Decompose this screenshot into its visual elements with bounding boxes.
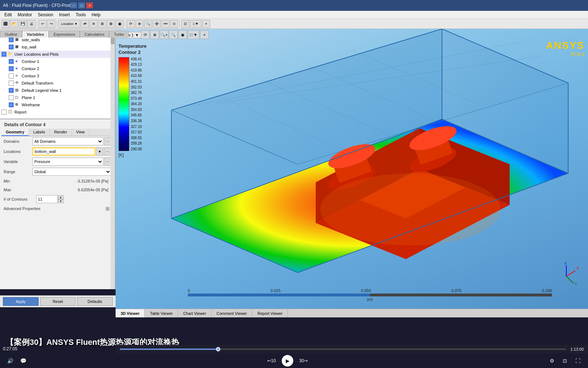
- toolbar-btn-12[interactable]: 🔍: [144, 20, 152, 28]
- tab-variables[interactable]: Variables: [22, 31, 49, 38]
- toolbar-btn-16[interactable]: ⊡: [181, 20, 189, 28]
- range-select[interactable]: Global: [33, 168, 111, 176]
- maximize-button[interactable]: □: [78, 3, 85, 8]
- det-tab-view[interactable]: View: [72, 129, 90, 136]
- tab-turbo[interactable]: Turbo: [109, 31, 129, 38]
- vp-btn-zoom-in[interactable]: 🔍+: [160, 30, 168, 39]
- subtitle-icon[interactable]: 💬: [19, 356, 27, 365]
- tab-outline[interactable]: Outline: [0, 31, 22, 38]
- minimize-button[interactable]: −: [70, 3, 77, 8]
- menu-session[interactable]: Session: [35, 12, 56, 18]
- tree-item-report[interactable]: 📋 Report: [0, 108, 115, 116]
- toolbar-btn-9[interactable]: ▣: [116, 20, 124, 28]
- toolbar-btn-13[interactable]: ➕: [153, 20, 161, 28]
- tree-item-contour1[interactable]: ✓ ◈ Contour 1: [7, 58, 115, 65]
- tree-checkbox-user[interactable]: ✓: [1, 52, 7, 57]
- panel-scrollbar[interactable]: [111, 29, 115, 289]
- tree-checkbox-top-wall[interactable]: ✓: [9, 44, 14, 50]
- progress-area[interactable]: 1:13:00: [116, 345, 588, 354]
- spin-down-btn[interactable]: ▼: [58, 199, 64, 203]
- variable-btn[interactable]: ⋯: [104, 158, 111, 166]
- tree-item-plane1[interactable]: ◻ Plane 1: [7, 94, 115, 101]
- vp-btn-6[interactable]: □ ▼: [188, 30, 199, 39]
- spin-up-btn[interactable]: ▲: [58, 195, 64, 199]
- tree-item-default-legend[interactable]: ✓ ▤ Default Legend View 1: [7, 87, 115, 94]
- variable-select[interactable]: Pressure: [33, 158, 103, 166]
- tree-checkbox-side-walls[interactable]: ✓: [9, 37, 14, 42]
- settings-icon[interactable]: ⚙: [548, 356, 556, 365]
- toolbar-btn-4[interactable]: 🖨: [27, 20, 35, 28]
- toolbar-btn-3[interactable]: 💾: [19, 20, 27, 28]
- toolbar-btn-2[interactable]: 📂: [10, 20, 18, 28]
- menu-insert[interactable]: Insert: [56, 12, 73, 18]
- vp-btn-7[interactable]: ⌖: [200, 30, 209, 39]
- tree-checkbox-c1[interactable]: ✓: [9, 59, 14, 64]
- defaults-button[interactable]: Defaults: [77, 297, 113, 306]
- menu-edit[interactable]: Edit: [1, 12, 15, 18]
- tab-calculators[interactable]: Calculators: [80, 31, 109, 38]
- toolbar-btn-15[interactable]: ⊙: [170, 20, 178, 28]
- menu-help[interactable]: Help: [88, 12, 103, 18]
- toolbar-btn-18[interactable]: ⌖: [202, 20, 210, 28]
- close-button[interactable]: ×: [86, 3, 93, 8]
- tree-item-user-locations[interactable]: ✓ 📁 User Locations and Plots: [0, 51, 115, 58]
- tree-item-wireframe[interactable]: ✓ ⊞ Wireframe: [7, 101, 115, 108]
- locations-edit-btn[interactable]: ⋯: [104, 147, 111, 155]
- det-tab-labels[interactable]: Labels: [29, 129, 49, 136]
- toolbar-location[interactable]: Location ▼: [59, 20, 80, 28]
- det-tab-render[interactable]: Render: [50, 129, 72, 136]
- toolbar-btn-1[interactable]: ⬛: [1, 20, 9, 28]
- reset-button[interactable]: Reset: [40, 297, 76, 306]
- play-button[interactable]: ▶: [282, 355, 293, 367]
- viewport[interactable]: View 1 ▼ ⟳ ⊕ 🔍+ 🔍 ◉ □ ▼ ⌖ Temperature Co…: [116, 29, 588, 309]
- tree-item-top-wall[interactable]: ✓ ▦ top_wall: [7, 43, 115, 51]
- num-contours-input[interactable]: [36, 195, 58, 203]
- domains-btn[interactable]: ⋯: [104, 137, 111, 145]
- tree-checkbox-dl[interactable]: ✓: [9, 88, 14, 93]
- toolbar-btn-14[interactable]: ➖: [161, 20, 169, 28]
- progress-dot[interactable]: [216, 347, 220, 351]
- toolbar-btn-6[interactable]: ≋: [90, 20, 98, 28]
- tree-checkbox-dt[interactable]: [9, 81, 14, 86]
- tree-checkbox-p1[interactable]: [9, 95, 14, 100]
- volume-icon[interactable]: 🔊: [6, 356, 14, 365]
- pip-icon[interactable]: ⊡: [561, 356, 569, 365]
- toolbar-btn-10[interactable]: ⟳: [127, 20, 135, 28]
- tree-item-default-transform[interactable]: ⟲ Default Transform: [7, 80, 115, 87]
- tree-item-contour3[interactable]: ◈ Contour 3: [7, 72, 115, 80]
- tree-item-contour2[interactable]: ✓ ◈ Contour 2: [7, 65, 115, 72]
- vtab-table[interactable]: Table Viewer: [145, 309, 178, 317]
- tree-checkbox-c3[interactable]: [9, 73, 14, 78]
- toolbar-btn-7[interactable]: ⊞: [98, 20, 106, 28]
- rewind-icon[interactable]: ↩10: [267, 356, 276, 365]
- fullscreen-icon[interactable]: ⛶: [574, 356, 582, 365]
- vp-btn-zoom-out[interactable]: 🔍: [169, 30, 178, 39]
- vtab-3d[interactable]: 3D Viewer: [116, 309, 145, 317]
- progress-bar[interactable]: [120, 348, 566, 350]
- tree-checkbox-wf[interactable]: ✓: [9, 102, 14, 107]
- vp-btn-fit[interactable]: ⊕: [150, 30, 159, 39]
- forward-icon[interactable]: 30↪: [299, 356, 308, 365]
- tree-view[interactable]: ✓ ▦ outlet ✓ ▦ side_walls ✓ ▦ top_wall ✓…: [0, 29, 115, 119]
- toolbar-btn-8[interactable]: ⊠: [107, 20, 115, 28]
- toolbar-undo[interactable]: ↩: [39, 20, 47, 28]
- tab-expressions[interactable]: Expressions: [49, 31, 80, 38]
- menu-monitor[interactable]: Monitor: [15, 12, 35, 18]
- tree-checkbox-c2[interactable]: ✓: [9, 66, 14, 71]
- vtab-comment[interactable]: Comment Viewer: [212, 309, 252, 317]
- vtab-chart[interactable]: Chart Viewer: [178, 309, 211, 317]
- menu-tools[interactable]: Tools: [73, 12, 88, 18]
- tree-checkbox-report[interactable]: [1, 110, 7, 115]
- locations-dropdown-btn[interactable]: ▼: [96, 147, 103, 155]
- det-tab-geometry[interactable]: Geometry: [1, 129, 29, 136]
- vp-btn-5[interactable]: ◉: [178, 30, 187, 39]
- toolbar-btn-17[interactable]: □▼: [190, 20, 202, 28]
- locations-input[interactable]: [33, 147, 95, 155]
- apply-button[interactable]: Apply: [3, 297, 39, 306]
- toolbar-btn-11[interactable]: ⊕: [135, 20, 143, 28]
- domains-select[interactable]: All Domains: [33, 137, 103, 145]
- vtab-report[interactable]: Report Viewer: [252, 309, 288, 317]
- vp-btn-refresh[interactable]: ⟳: [141, 30, 150, 39]
- toolbar-redo[interactable]: ↪: [47, 20, 55, 28]
- toolbar-btn-5[interactable]: ⇄: [81, 20, 89, 28]
